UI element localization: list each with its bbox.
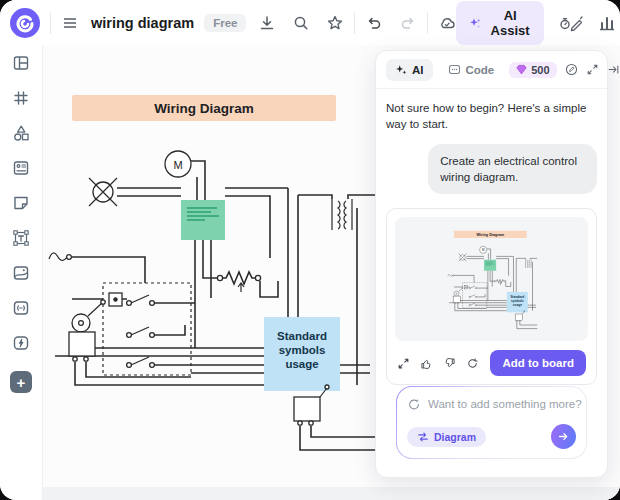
text-box-icon[interactable] [12, 229, 30, 247]
add-to-board-button[interactable]: Add to board [490, 350, 586, 376]
media-icon[interactable] [12, 264, 30, 282]
tab-code[interactable]: Code [439, 58, 504, 81]
new-chat-icon[interactable] [565, 63, 578, 76]
send-button[interactable] [551, 424, 576, 449]
search-icon[interactable] [292, 14, 310, 32]
ai-response-card: Add to board [386, 208, 597, 385]
sparkles-icon [469, 15, 481, 31]
thumbs-down-icon[interactable] [443, 357, 456, 370]
response-actions: Add to board [395, 350, 588, 376]
frame-icon[interactable] [12, 89, 30, 107]
redo-icon[interactable] [399, 14, 417, 32]
assistant-intro-message: Not sure how to begin? Here's a simple w… [386, 101, 597, 132]
ai-chat-area: Not sure how to begin? Here's a simple w… [376, 89, 607, 477]
shapes-icon[interactable] [12, 124, 30, 142]
app-window: wiring diagram Free AI Assist [0, 0, 620, 500]
code-icon [448, 63, 461, 76]
ai-panel-header: AI Code 500 [376, 51, 607, 89]
prompt-input[interactable] [428, 398, 582, 410]
topbar: wiring diagram Free AI Assist [0, 0, 620, 45]
expand-icon[interactable] [586, 63, 599, 76]
menu-icon[interactable] [61, 14, 79, 32]
cloud-sync-icon[interactable] [438, 14, 456, 32]
collapse-panel-icon[interactable] [607, 63, 620, 76]
prompt-box: Diagram [396, 386, 587, 459]
star-icon[interactable] [326, 14, 344, 32]
diagram-mode-chip[interactable]: Diagram [407, 427, 486, 447]
ai-sparkle-icon [395, 64, 407, 76]
expand-preview-icon[interactable] [397, 357, 410, 370]
tab-ai[interactable]: AI [386, 59, 433, 81]
credits-badge[interactable]: 500 [509, 62, 556, 78]
tool-sidebar: + [0, 45, 43, 500]
add-plus-button[interactable]: + [10, 371, 32, 393]
embed-icon[interactable] [12, 299, 30, 317]
template-icon[interactable] [12, 54, 30, 72]
wiring-diagram[interactable] [45, 45, 375, 495]
download-icon[interactable] [258, 14, 276, 32]
gem-icon [516, 64, 527, 75]
plan-badge: Free [204, 14, 246, 32]
swap-arrows-icon [417, 431, 429, 443]
regenerate-icon[interactable] [466, 357, 479, 370]
apps-bolt-icon[interactable] [12, 334, 30, 352]
card-icon[interactable] [12, 159, 30, 177]
undo-icon[interactable] [365, 14, 383, 32]
dashboard-chart-icon[interactable] [598, 14, 616, 32]
sticky-note-icon[interactable] [12, 194, 30, 212]
app-logo-icon[interactable] [10, 8, 40, 38]
send-arrow-icon [557, 430, 570, 443]
diagram-preview-image [446, 217, 538, 341]
ai-assist-button[interactable]: AI Assist [456, 1, 544, 45]
diagram-preview[interactable] [395, 217, 588, 341]
document-title[interactable]: wiring diagram [91, 15, 194, 31]
ai-assist-panel: AI Code 500 Not sure how to begin? Here'… [375, 50, 608, 478]
user-message-bubble: Create an electrical control wiring diag… [428, 144, 597, 194]
divider [50, 12, 51, 34]
thumbs-up-icon[interactable] [420, 357, 433, 370]
prompt-sparkle-icon [407, 397, 421, 411]
collab-tools-icon[interactable] [558, 14, 584, 32]
ai-assist-label: AI Assist [489, 8, 532, 38]
